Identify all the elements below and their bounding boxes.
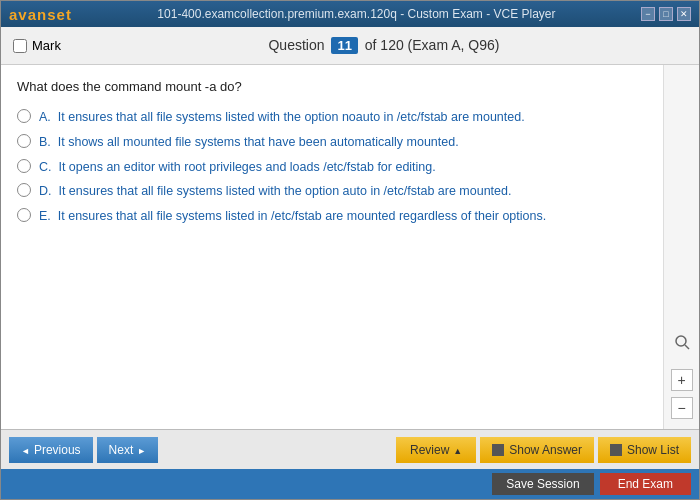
end-exam-label: End Exam bbox=[618, 477, 673, 491]
show-answer-label: Show Answer bbox=[509, 443, 582, 457]
maximize-button[interactable]: □ bbox=[659, 7, 673, 21]
save-session-button[interactable]: Save Session bbox=[492, 473, 593, 495]
window-controls: − □ ✕ bbox=[641, 7, 691, 21]
logo-text-1: avan bbox=[9, 6, 47, 23]
window-title: 101-400.examcollection.premium.exam.120q… bbox=[72, 7, 641, 21]
show-answer-icon bbox=[492, 444, 504, 456]
show-list-label: Show List bbox=[627, 443, 679, 457]
option-text-c: C. It opens an editor with root privileg… bbox=[39, 158, 436, 177]
bottom-bar2: Save Session End Exam bbox=[1, 469, 699, 499]
review-label: Review bbox=[410, 443, 449, 457]
next-button[interactable]: Next bbox=[97, 437, 159, 463]
radio-d[interactable] bbox=[17, 183, 31, 197]
radio-e[interactable] bbox=[17, 208, 31, 222]
close-button[interactable]: ✕ bbox=[677, 7, 691, 21]
answer-options: A. It ensures that all file systems list… bbox=[17, 108, 647, 226]
logo-text-2: set bbox=[47, 6, 72, 23]
option-text-e: E. It ensures that all file systems list… bbox=[39, 207, 546, 226]
answer-option-e[interactable]: E. It ensures that all file systems list… bbox=[17, 207, 647, 226]
radio-b[interactable] bbox=[17, 134, 31, 148]
question-total: of 120 (Exam A, Q96) bbox=[365, 37, 500, 53]
mark-checkbox[interactable] bbox=[13, 39, 27, 53]
title-bar-left: avanset bbox=[9, 6, 72, 23]
previous-label: Previous bbox=[34, 443, 81, 457]
app-logo: avanset bbox=[9, 6, 72, 23]
content-area: What does the command mount -a do? A. It… bbox=[1, 65, 699, 429]
question-panel: What does the command mount -a do? A. It… bbox=[1, 65, 663, 429]
main-window: avanset 101-400.examcollection.premium.e… bbox=[0, 0, 700, 500]
question-info: Question 11 of 120 (Exam A, Q96) bbox=[81, 37, 687, 54]
chevron-left-icon bbox=[21, 443, 30, 457]
mark-container: Mark bbox=[13, 38, 61, 53]
option-text-a: A. It ensures that all file systems list… bbox=[39, 108, 525, 127]
answer-option-a[interactable]: A. It ensures that all file systems list… bbox=[17, 108, 647, 127]
chevron-up-icon bbox=[453, 443, 462, 457]
svg-line-1 bbox=[685, 345, 689, 349]
header-bar: Mark Question 11 of 120 (Exam A, Q96) bbox=[1, 27, 699, 65]
show-list-icon bbox=[610, 444, 622, 456]
zoom-in-button[interactable]: + bbox=[671, 369, 693, 391]
radio-a[interactable] bbox=[17, 109, 31, 123]
zoom-out-button[interactable]: − bbox=[671, 397, 693, 419]
bottom-nav: Previous Next Review Show Answer Show Li… bbox=[1, 429, 699, 469]
svg-point-0 bbox=[676, 336, 686, 346]
search-icon[interactable] bbox=[671, 331, 693, 353]
review-button[interactable]: Review bbox=[396, 437, 476, 463]
show-answer-button[interactable]: Show Answer bbox=[480, 437, 594, 463]
show-list-button[interactable]: Show List bbox=[598, 437, 691, 463]
answer-option-b[interactable]: B. It shows all mounted file systems tha… bbox=[17, 133, 647, 152]
end-exam-button[interactable]: End Exam bbox=[600, 473, 691, 495]
answer-option-c[interactable]: C. It opens an editor with root privileg… bbox=[17, 158, 647, 177]
question-label: Question bbox=[268, 37, 324, 53]
chevron-right-icon bbox=[137, 443, 146, 457]
save-session-label: Save Session bbox=[506, 477, 579, 491]
previous-button[interactable]: Previous bbox=[9, 437, 93, 463]
next-label: Next bbox=[109, 443, 134, 457]
option-text-d: D. It ensures that all file systems list… bbox=[39, 182, 511, 201]
right-sidebar: + − bbox=[663, 65, 699, 429]
title-bar: avanset 101-400.examcollection.premium.e… bbox=[1, 1, 699, 27]
question-number-badge: 11 bbox=[331, 37, 357, 54]
option-text-b: B. It shows all mounted file systems tha… bbox=[39, 133, 459, 152]
radio-c[interactable] bbox=[17, 159, 31, 173]
mark-label: Mark bbox=[32, 38, 61, 53]
question-text: What does the command mount -a do? bbox=[17, 79, 647, 94]
answer-option-d[interactable]: D. It ensures that all file systems list… bbox=[17, 182, 647, 201]
minimize-button[interactable]: − bbox=[641, 7, 655, 21]
